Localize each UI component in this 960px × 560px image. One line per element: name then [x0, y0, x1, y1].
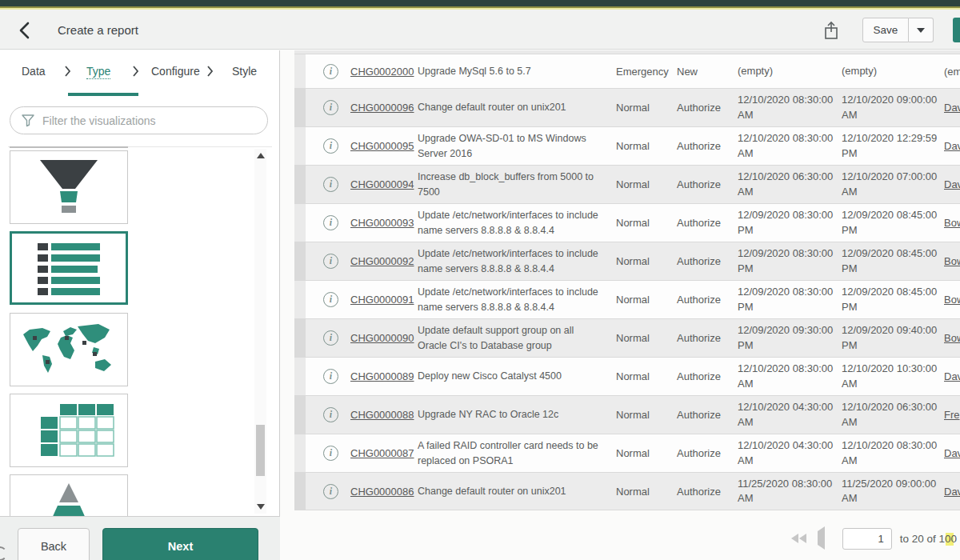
planned-start-cell: 12/10/2020 04:30:00 AM — [738, 400, 842, 429]
change-number-link[interactable]: CHG0000089 — [350, 370, 414, 382]
priority-cell: Normal — [610, 102, 677, 114]
change-number-link[interactable]: CHG0000094 — [350, 178, 414, 190]
change-number-cell: CHG0000087 — [350, 447, 418, 459]
state-cell: New — [677, 66, 738, 78]
change-number-link[interactable]: CHG0000088 — [350, 409, 414, 421]
visualization-filter-box — [10, 106, 268, 134]
assigned-to-link[interactable]: Fre — [944, 409, 960, 421]
info-cell: i — [306, 292, 350, 307]
viz-option-funnel-chart[interactable] — [10, 150, 128, 224]
change-number-link[interactable]: CHG0000093 — [350, 217, 414, 229]
change-number-link[interactable]: CHG0000092 — [350, 255, 414, 267]
info-circle-icon[interactable]: i — [323, 330, 338, 346]
back-button[interactable]: Back — [18, 528, 90, 560]
bar-list-icon — [12, 235, 126, 301]
table-row[interactable]: i CHG0000090 Update default support grou… — [294, 318, 960, 357]
info-circle-icon[interactable]: i — [323, 215, 338, 230]
scrollbar-thumb[interactable] — [256, 425, 265, 476]
assigned-to-link[interactable]: Dav — [944, 178, 960, 190]
page-number-input[interactable] — [842, 528, 892, 550]
assigned-to-link[interactable]: Bow — [944, 332, 960, 344]
state-cell: Authorize — [677, 255, 738, 267]
change-number-link[interactable]: CHG0000096 — [350, 102, 414, 114]
table-row[interactable]: i CHG0000086 Change default router on un… — [294, 472, 960, 510]
table-row[interactable]: i CHG0000088 Upgrade NY RAC to Oracle 12… — [294, 395, 960, 434]
change-number-link[interactable]: CHG0000087 — [350, 447, 414, 459]
change-number-link[interactable]: CHG0000091 — [350, 294, 414, 306]
change-number-cell: CHG0000090 — [350, 332, 418, 344]
share-icon[interactable] — [822, 20, 842, 41]
table-row[interactable]: i CHG0002000 Upgrade MySql 5.6 to 5.7 Em… — [294, 54, 960, 88]
priority-cell: Normal — [610, 294, 677, 306]
records-table: i CHG0002000 Upgrade MySql 5.6 to 5.7 Em… — [294, 54, 960, 510]
table-row[interactable]: i CHG0000091 Update /etc/network/interfa… — [294, 280, 960, 318]
change-number-cell: CHG0002000 — [350, 66, 418, 78]
run-button-fragment[interactable] — [953, 18, 960, 42]
scroll-up-icon[interactable] — [257, 153, 265, 158]
info-circle-icon[interactable]: i — [323, 138, 338, 154]
row-left-gutter — [294, 281, 306, 318]
change-number-link[interactable]: CHG0002000 — [350, 66, 414, 78]
assigned-to-link[interactable]: Dav — [944, 486, 960, 498]
info-circle-icon[interactable]: i — [323, 484, 338, 499]
funnel-filter-icon — [22, 114, 34, 127]
info-circle-icon[interactable]: i — [323, 254, 338, 269]
description-cell: A failed RAID controller card needs to b… — [418, 438, 610, 467]
save-dropdown-button[interactable] — [909, 18, 934, 42]
double-left-triangle-icon — [791, 534, 798, 543]
planned-end-cell: 12/09/2020 08:45:00 PM — [842, 208, 944, 237]
info-circle-icon[interactable]: i — [323, 64, 338, 79]
assigned-to-link[interactable]: Dav — [944, 140, 960, 152]
assigned-to-link[interactable]: Dav — [944, 102, 960, 114]
table-row[interactable]: i CHG0000089 Deploy new Cisco Catalyst 4… — [294, 357, 960, 395]
assigned-to-link[interactable]: Bow — [944, 255, 960, 267]
viz-option-heatmap-table[interactable] — [10, 394, 128, 467]
wizard-step-data[interactable]: Data — [22, 65, 46, 78]
info-circle-icon[interactable]: i — [323, 446, 338, 461]
viz-list-scrollbar[interactable] — [254, 149, 266, 514]
state-cell: Authorize — [677, 486, 738, 498]
table-row[interactable]: i CHG0000093 Update /etc/network/interfa… — [294, 203, 960, 242]
table-row[interactable]: i CHG0000092 Update /etc/network/interfa… — [294, 242, 960, 280]
visualization-filter-input[interactable] — [42, 114, 250, 127]
assigned-to-link[interactable]: Dav — [944, 370, 960, 382]
top-brand-strip — [0, 0, 960, 6]
wizard-step-type[interactable]: Type — [86, 65, 110, 79]
priority-cell: Normal — [610, 178, 677, 190]
change-number-link[interactable]: CHG0000095 — [350, 140, 414, 152]
planned-end-cell: 12/10/2020 10:30:00 AM — [842, 362, 944, 390]
viz-option-bar-list[interactable] — [10, 231, 128, 305]
back-chevron-icon[interactable] — [16, 21, 35, 40]
change-number-cell: CHG0000093 — [350, 217, 418, 229]
previous-page-button[interactable] — [818, 531, 825, 546]
assigned-to-link[interactable]: (em — [944, 66, 960, 78]
table-row[interactable]: i CHG0000087 A failed RAID controller ca… — [294, 434, 960, 472]
description-cell: Change default router on unix201 — [418, 484, 610, 498]
wizard-step-configure[interactable]: Configure — [151, 65, 200, 78]
table-row[interactable]: i CHG0000095 Upgrade OWA-SD-01 to MS Win… — [294, 126, 960, 165]
table-row[interactable]: i CHG0000094 Increase db_block_buffers f… — [294, 165, 960, 203]
info-circle-icon[interactable]: i — [323, 407, 338, 422]
wizard-step-style[interactable]: Style — [232, 65, 257, 78]
scroll-down-icon[interactable] — [257, 504, 265, 510]
chevron-right-icon — [132, 66, 139, 77]
priority-cell: Normal — [610, 447, 677, 459]
save-button[interactable]: Save — [862, 18, 909, 42]
row-left-gutter — [294, 242, 306, 280]
first-page-button[interactable] — [791, 534, 806, 543]
change-number-link[interactable]: CHG0000086 — [350, 486, 414, 498]
assigned-to-link[interactable]: Bow — [944, 217, 960, 229]
change-number-link[interactable]: CHG0000090 — [350, 332, 414, 344]
assigned-to-link[interactable]: Dav — [944, 447, 960, 459]
viz-option-pyramid-chart[interactable] — [10, 474, 128, 516]
planned-start-cell: 12/09/2020 08:30:00 PM — [738, 285, 842, 314]
state-cell: Authorize — [677, 409, 738, 421]
info-circle-icon[interactable]: i — [323, 100, 338, 115]
info-circle-icon[interactable]: i — [323, 369, 338, 384]
info-circle-icon[interactable]: i — [323, 292, 338, 307]
table-row[interactable]: i CHG0000096 Change default router on un… — [294, 88, 960, 126]
info-circle-icon[interactable]: i — [323, 177, 338, 192]
next-button[interactable]: Next — [102, 528, 258, 560]
viz-option-world-map[interactable] — [10, 313, 128, 386]
assigned-to-link[interactable]: Bow — [944, 294, 960, 306]
